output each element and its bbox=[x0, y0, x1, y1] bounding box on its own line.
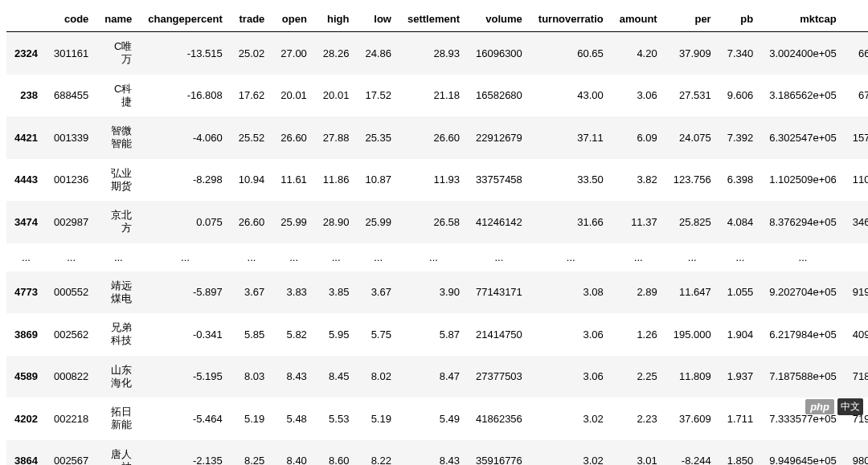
cell: 002567 bbox=[46, 440, 96, 466]
cell: 17.52 bbox=[357, 75, 399, 117]
col-header-settlement: settlement bbox=[399, 6, 468, 32]
cell: 5.82 bbox=[272, 313, 315, 356]
cell: 20.01 bbox=[315, 75, 358, 117]
cell: 3.90 bbox=[399, 271, 468, 314]
cell: 3.06 bbox=[612, 75, 665, 117]
cell: ... bbox=[6, 243, 46, 271]
cell: -2.135 bbox=[140, 440, 230, 466]
cell: 25.99 bbox=[272, 201, 315, 243]
cell: 001339 bbox=[46, 116, 96, 159]
cell: 919077.285627 bbox=[845, 271, 868, 314]
cell: 20.01 bbox=[272, 75, 315, 117]
cell: 4.20 bbox=[612, 32, 665, 75]
cell: 8.43 bbox=[272, 356, 315, 398]
cell: 靖远煤电 bbox=[96, 271, 140, 314]
cell: -0.341 bbox=[140, 313, 230, 356]
cell: 000552 bbox=[46, 271, 96, 314]
cell: ... bbox=[719, 243, 762, 271]
cell: 4589 bbox=[6, 356, 46, 398]
cell: 3.186562e+05 bbox=[761, 75, 845, 117]
cell: ... bbox=[399, 243, 468, 271]
cell: 67952.402190 bbox=[845, 75, 868, 117]
cell: 5.19 bbox=[231, 398, 273, 440]
cell: ... bbox=[612, 243, 665, 271]
cell: 27.531 bbox=[665, 75, 719, 117]
cell: 25.02 bbox=[231, 32, 273, 75]
cell: 2.89 bbox=[612, 271, 665, 314]
cell: 26.60 bbox=[231, 201, 273, 243]
cell: 7.340 bbox=[719, 32, 762, 75]
table-row: 2324301161C唯万-13.51525.0227.0028.2624.86… bbox=[6, 32, 868, 75]
cell: 6.09 bbox=[612, 116, 665, 159]
cell: 1.850 bbox=[719, 440, 762, 466]
cell: 688455 bbox=[46, 75, 96, 117]
badge-cn: 中文 bbox=[837, 398, 863, 415]
cell: 3.06 bbox=[530, 313, 612, 356]
cell: 1.937 bbox=[719, 356, 762, 398]
col-header-nmc: nmc bbox=[845, 6, 868, 32]
cell: 5.95 bbox=[315, 313, 358, 356]
cell: 123.756 bbox=[665, 159, 719, 202]
cell: 157586.000000 bbox=[845, 116, 868, 159]
cell: 京北方 bbox=[96, 201, 140, 243]
cell: 27377503 bbox=[468, 356, 530, 398]
cell: 238 bbox=[6, 75, 46, 117]
dataframe-table-wrap: codenamechangepercenttradeopenhighlowset… bbox=[6, 6, 868, 465]
cell: 5.85 bbox=[231, 313, 273, 356]
cell: 35916776 bbox=[468, 440, 530, 466]
cell: 5.48 bbox=[272, 398, 315, 440]
cell: 5.49 bbox=[399, 398, 468, 440]
cell: -5.897 bbox=[140, 271, 230, 314]
col-header-index bbox=[6, 6, 46, 32]
cell: 27.00 bbox=[272, 32, 315, 75]
cell: 智微智能 bbox=[96, 116, 140, 159]
cell: 6.217984e+05 bbox=[761, 313, 845, 356]
cell: 8.22 bbox=[357, 440, 399, 466]
cell: 11.37 bbox=[612, 201, 665, 243]
table-row: 3869002562兄弟科技-0.3415.855.825.955.755.87… bbox=[6, 313, 868, 356]
cell: -8.244 bbox=[665, 440, 719, 466]
cell: 110250.889132 bbox=[845, 159, 868, 202]
cell: 8.40 bbox=[272, 440, 315, 466]
cell: 9.202704e+05 bbox=[761, 271, 845, 314]
cell: 28.93 bbox=[399, 32, 468, 75]
cell: ... bbox=[530, 243, 612, 271]
cell: 6.302547e+05 bbox=[761, 116, 845, 159]
cell: 1.055 bbox=[719, 271, 762, 314]
col-header-open: open bbox=[272, 6, 315, 32]
col-header-pb: pb bbox=[719, 6, 762, 32]
cell: 3869 bbox=[6, 313, 46, 356]
cell: -16.808 bbox=[140, 75, 230, 117]
cell: 000822 bbox=[46, 356, 96, 398]
cell: 1.711 bbox=[719, 398, 762, 440]
cell: C科捷 bbox=[96, 75, 140, 117]
cell: 11.61 bbox=[272, 159, 315, 202]
cell: 5.53 bbox=[315, 398, 358, 440]
cell: ... bbox=[761, 243, 845, 271]
cell: 26.60 bbox=[399, 116, 468, 159]
cell: 3.08 bbox=[530, 271, 612, 314]
cell: 41862356 bbox=[468, 398, 530, 440]
cell: 4.084 bbox=[719, 201, 762, 243]
cell: 22912679 bbox=[468, 116, 530, 159]
cell: 4443 bbox=[6, 159, 46, 202]
cell: 21.18 bbox=[399, 75, 468, 117]
cell: -5.464 bbox=[140, 398, 230, 440]
cell: 3474 bbox=[6, 201, 46, 243]
cell: 37.609 bbox=[665, 398, 719, 440]
table-row: 4589000822山东海化-5.1958.038.438.458.028.47… bbox=[6, 356, 868, 398]
table-row: 3864002567唐人神-2.1358.258.408.608.228.433… bbox=[6, 440, 868, 466]
cell: ... bbox=[140, 243, 230, 271]
cell: 6.398 bbox=[719, 159, 762, 202]
cell: 60.65 bbox=[530, 32, 612, 75]
cell: 2.25 bbox=[612, 356, 665, 398]
cell: 3.002400e+05 bbox=[761, 32, 845, 75]
table-body: 2324301161C唯万-13.51525.0227.0028.2624.86… bbox=[6, 32, 868, 466]
cell: 5.75 bbox=[357, 313, 399, 356]
cell: 0.075 bbox=[140, 201, 230, 243]
cell: 9.949645e+05 bbox=[761, 440, 845, 466]
cell: 3.06 bbox=[530, 356, 612, 398]
cell: 25.825 bbox=[665, 201, 719, 243]
cell: ... bbox=[665, 243, 719, 271]
cell: 3.67 bbox=[357, 271, 399, 314]
